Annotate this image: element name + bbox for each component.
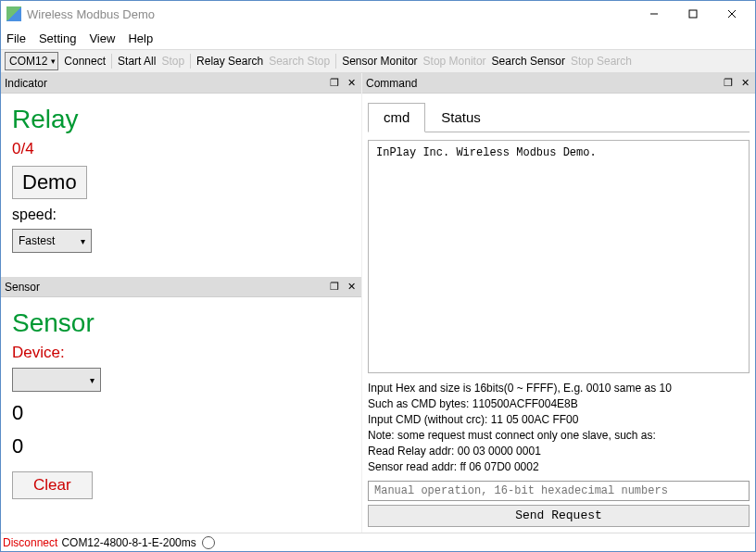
command-header: Command ❐ ✕	[362, 73, 755, 94]
workspace: Indicator ❐ ✕ Relay 0/4 Demo speed: Fast…	[1, 73, 755, 533]
help-line: Sensor read addr: ff 06 07D0 0002	[368, 459, 750, 475]
speed-select[interactable]: Fastest ▾	[12, 229, 92, 253]
chevron-down-icon: ▾	[81, 236, 85, 246]
connect-button[interactable]: Connect	[64, 55, 106, 68]
tab-cmd[interactable]: cmd	[368, 103, 425, 132]
help-text: Input Hex and size is 16bits(0 ~ FFFF), …	[368, 381, 750, 475]
menubar: File Setting View Help	[1, 27, 755, 49]
close-icon[interactable]: ✕	[345, 77, 358, 89]
port-select[interactable]: COM12 ▾	[5, 52, 58, 70]
status-connection: COM12-4800-8-1-E-200ms	[61, 536, 195, 549]
window-title: Wireless Modbus Demo	[27, 7, 635, 21]
undock-icon[interactable]: ❐	[328, 77, 341, 89]
indicator-title: Indicator	[5, 77, 328, 90]
sensormonitor-button[interactable]: Sensor Monitor	[342, 55, 417, 68]
stopsearch-button[interactable]: Stop Search	[571, 55, 632, 68]
help-line: Note: some request must connect only one…	[368, 428, 750, 444]
menu-view[interactable]: View	[89, 31, 115, 45]
indicator-header: Indicator ❐ ✕	[1, 73, 361, 94]
svg-rect-1	[689, 10, 697, 18]
sensor-value-2: 0	[12, 434, 350, 458]
toolbar: COM12 ▾ Connect Start All Stop Relay Sea…	[1, 49, 755, 73]
demo-button[interactable]: Demo	[12, 166, 87, 199]
minimize-button[interactable]	[635, 3, 674, 25]
device-label: Device:	[12, 344, 350, 362]
relay-count: 0/4	[12, 140, 350, 158]
menu-file[interactable]: File	[6, 31, 26, 45]
help-line: Input CMD (without crc): 11 05 00AC FF00	[368, 412, 750, 428]
menu-setting[interactable]: Setting	[39, 31, 76, 45]
indicator-panel: Indicator ❐ ✕ Relay 0/4 Demo speed: Fast…	[1, 73, 361, 277]
tab-status[interactable]: Status	[425, 103, 497, 132]
help-line: Input Hex and size is 16bits(0 ~ FFFF), …	[368, 381, 750, 396]
relaysearch-button[interactable]: Relay Search	[196, 55, 263, 68]
send-request-button[interactable]: Send Request	[368, 505, 750, 527]
chevron-down-icon: ▾	[51, 56, 56, 66]
searchsensor-button[interactable]: Search Sensor	[492, 55, 565, 68]
clear-button[interactable]: Clear	[12, 471, 93, 499]
speed-label: speed:	[12, 207, 350, 223]
left-column: Indicator ❐ ✕ Relay 0/4 Demo speed: Fast…	[1, 73, 362, 533]
chevron-down-icon: ▾	[90, 375, 94, 385]
command-title: Command	[366, 77, 722, 90]
command-tabs: cmd Status	[368, 103, 750, 132]
close-icon[interactable]: ✕	[345, 281, 358, 293]
sensor-heading: Sensor	[12, 308, 350, 338]
status-disconnect: Disconnect	[3, 536, 57, 549]
searchstop-button[interactable]: Search Stop	[269, 55, 330, 68]
separator	[111, 54, 112, 69]
sensor-panel: Sensor ❐ ✕ Sensor Device: ▾ 0 0 Clear	[1, 277, 361, 533]
right-column: Command ❐ ✕ cmd Status InPlay Inc. Wirel…	[362, 73, 755, 533]
sensor-header: Sensor ❐ ✕	[1, 277, 361, 297]
log-output[interactable]: InPlay Inc. Wireless Modbus Demo.	[368, 140, 750, 373]
app-icon	[6, 6, 21, 21]
statusbar: Disconnect COM12-4800-8-1-E-200ms	[1, 533, 755, 551]
sensor-value-1: 0	[12, 401, 350, 425]
close-icon[interactable]: ✕	[738, 77, 751, 89]
startall-button[interactable]: Start All	[118, 55, 156, 68]
device-select[interactable]: ▾	[12, 368, 101, 392]
titlebar: Wireless Modbus Demo	[1, 1, 755, 27]
undock-icon[interactable]: ❐	[328, 281, 341, 293]
help-line: Such as CMD bytes: 110500ACFF004E8B	[368, 396, 750, 412]
help-line: Read Relay addr: 00 03 0000 0001	[368, 444, 750, 459]
status-led-icon	[202, 536, 215, 549]
sensor-header-title: Sensor	[5, 281, 328, 294]
relay-heading: Relay	[12, 105, 350, 134]
command-panel: Command ❐ ✕ cmd Status InPlay Inc. Wirel…	[362, 73, 755, 533]
undock-icon[interactable]: ❐	[722, 77, 735, 89]
maximize-button[interactable]	[674, 3, 712, 25]
speed-value: Fastest	[19, 234, 55, 247]
stopmonitor-button[interactable]: Stop Monitor	[423, 55, 486, 68]
close-button[interactable]	[712, 3, 751, 25]
menu-help[interactable]: Help	[128, 31, 153, 45]
separator	[190, 54, 191, 69]
separator	[335, 54, 336, 69]
port-value: COM12	[9, 55, 47, 68]
cmd-input[interactable]	[368, 481, 750, 501]
stop-button[interactable]: Stop	[161, 55, 184, 68]
